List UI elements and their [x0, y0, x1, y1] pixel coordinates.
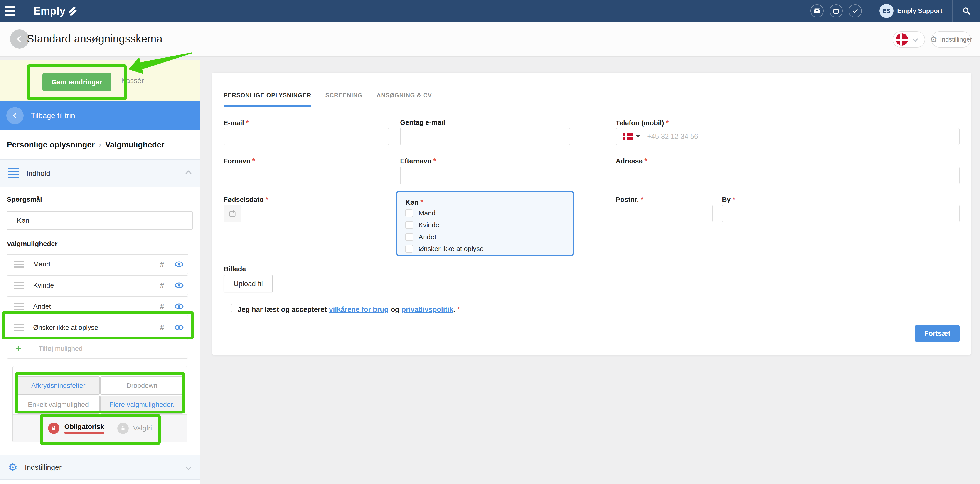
plus-icon: +: [7, 339, 30, 358]
email-repeat-input[interactable]: [400, 128, 570, 145]
option-visibility-button[interactable]: [170, 297, 188, 316]
email-repeat-label: Gentag e-mail: [400, 119, 445, 126]
emply-leaf-icon: [67, 5, 78, 17]
lock-icon: [51, 425, 57, 431]
required-marker: *: [457, 305, 460, 313]
option-visibility-button[interactable]: [170, 318, 188, 337]
last-name-label: Efternavn*: [400, 157, 436, 165]
toggle-multiple-choice-button[interactable]: Flere valgmuligheder.: [100, 395, 183, 414]
unlock-icon: [120, 425, 126, 431]
navbar-divider: [869, 0, 869, 22]
required-option[interactable]: Obligatorisk: [64, 423, 104, 434]
breadcrumb: Personlige oplysninger › Valgmuligheder: [0, 130, 200, 159]
calendar-icon[interactable]: [224, 205, 241, 222]
question-input[interactable]: [7, 211, 193, 230]
terms-suffix: .: [453, 306, 455, 313]
user-menu[interactable]: ES Emply Support: [880, 4, 942, 18]
gender-checkbox-andet[interactable]: [405, 233, 413, 241]
toggle-single-choice-button[interactable]: Enkelt valgmulighed: [17, 395, 100, 414]
optional-unlock-button[interactable]: [117, 422, 129, 434]
option-score-button[interactable]: #: [154, 255, 170, 274]
settings-section-title: Indstillinger: [25, 463, 62, 471]
tab-ansoegning-cv[interactable]: ANSØGNING & CV: [377, 92, 432, 106]
optional-option[interactable]: Valgfri: [133, 424, 152, 432]
zip-input[interactable]: [616, 205, 713, 222]
terms-prefix: Jeg har læst og accepteret: [238, 306, 327, 313]
email-input[interactable]: [224, 128, 389, 145]
required-marker: *: [246, 119, 248, 127]
terms-checkbox[interactable]: [224, 304, 232, 312]
upload-file-button[interactable]: Upload fil: [224, 275, 273, 292]
requirement-toggle: Obligatorisk Valgfri: [13, 414, 187, 442]
gender-checkbox-mand[interactable]: [405, 209, 413, 217]
tab-personlige-oplysninger[interactable]: PERSONLIGE OPLYSNINGER: [224, 92, 311, 107]
option-type-panel: Afkrydsningsfelter Dropdown Enkelt valgm…: [13, 366, 188, 442]
drag-handle-icon[interactable]: [14, 282, 24, 289]
hash-icon: #: [160, 302, 164, 311]
gender-label: Køn*: [405, 198, 423, 206]
city-input[interactable]: [722, 205, 959, 222]
search-button[interactable]: [962, 7, 970, 15]
terms-link-1[interactable]: vilkårene for brug: [329, 306, 388, 313]
drag-handle-icon[interactable]: [14, 324, 24, 331]
back-to-steps-button[interactable]: Tilbage til trin: [0, 102, 200, 130]
eye-icon: [175, 325, 184, 330]
option-row: Andet #: [7, 297, 188, 316]
tab-screening[interactable]: SCREENING: [325, 92, 363, 106]
option-label: Mand: [33, 260, 50, 268]
caret-down-icon: [636, 135, 640, 138]
content-section-header[interactable]: Indhold: [0, 159, 200, 187]
option-score-button[interactable]: #: [154, 276, 170, 295]
option-visibility-button[interactable]: [170, 255, 188, 274]
form-builder-sidebar: Gem ændringer Kassér Tilbage til trin Pe…: [0, 60, 200, 484]
settings-section-header[interactable]: ⚙ Indstillinger: [0, 455, 200, 480]
page-header: Standard ansøgningsskema ⚙ Indstillinger: [0, 22, 980, 57]
toggle-dropdown-button[interactable]: Dropdown: [100, 376, 183, 395]
eye-icon: [175, 282, 184, 288]
chevron-left-icon: [15, 35, 24, 43]
drag-handle-icon[interactable]: [14, 261, 24, 268]
gender-option-label: Ønsker ikke at oplyse: [418, 245, 484, 253]
hamburger-menu-icon[interactable]: [5, 6, 16, 16]
option-score-button[interactable]: #: [154, 297, 170, 316]
birthdate-field: [224, 205, 389, 222]
navbar-actions: ES Emply Support: [810, 0, 980, 22]
birthdate-label: Fødselsdato*: [224, 195, 268, 204]
gender-checkbox-kvinde[interactable]: [405, 221, 413, 229]
navbar-divider: [952, 0, 953, 22]
birthdate-input[interactable]: [241, 209, 389, 218]
phone-input[interactable]: [647, 132, 959, 141]
tasks-button[interactable]: [849, 4, 862, 17]
email-label: E-mail*: [224, 119, 248, 127]
drag-handle-icon[interactable]: [14, 303, 24, 310]
address-input[interactable]: [616, 167, 959, 184]
required-lock-button[interactable]: [48, 422, 59, 434]
settings-button-label: Indstillinger: [940, 36, 972, 43]
option-label: Ønsker ikke at oplyse: [33, 324, 98, 332]
discard-button[interactable]: Kassér: [121, 60, 144, 102]
add-option-row: +: [7, 339, 188, 359]
denmark-flag-icon: [896, 33, 908, 46]
language-selector-button[interactable]: [892, 31, 925, 48]
calendar-button[interactable]: [829, 4, 843, 17]
settings-button[interactable]: ⚙ Indstillinger: [931, 31, 971, 48]
chevron-left-circle: [6, 107, 24, 124]
denmark-flag-icon[interactable]: [622, 133, 633, 140]
back-button[interactable]: [10, 30, 29, 49]
add-option-input[interactable]: [30, 344, 188, 353]
option-row: Kvinde #: [7, 275, 188, 295]
question-label: Spørgsmål: [7, 195, 42, 203]
search-icon: [962, 7, 970, 15]
gender-checkbox-oensker-ikke[interactable]: [405, 245, 413, 253]
back-to-steps-label: Tilbage til trin: [31, 111, 75, 120]
terms-link-2[interactable]: privatlivspolitik: [402, 306, 453, 313]
option-visibility-button[interactable]: [170, 276, 188, 295]
first-name-input[interactable]: [224, 167, 389, 184]
breadcrumb-parent[interactable]: Personlige oplysninger: [7, 140, 95, 149]
last-name-input[interactable]: [400, 167, 570, 184]
messages-button[interactable]: [810, 4, 824, 17]
toggle-checkboxes-button[interactable]: Afkrydsningsfelter: [17, 376, 100, 395]
continue-button[interactable]: Fortsæt: [915, 325, 959, 342]
save-button[interactable]: Gem ændringer: [43, 73, 111, 91]
option-score-button[interactable]: #: [154, 318, 170, 337]
